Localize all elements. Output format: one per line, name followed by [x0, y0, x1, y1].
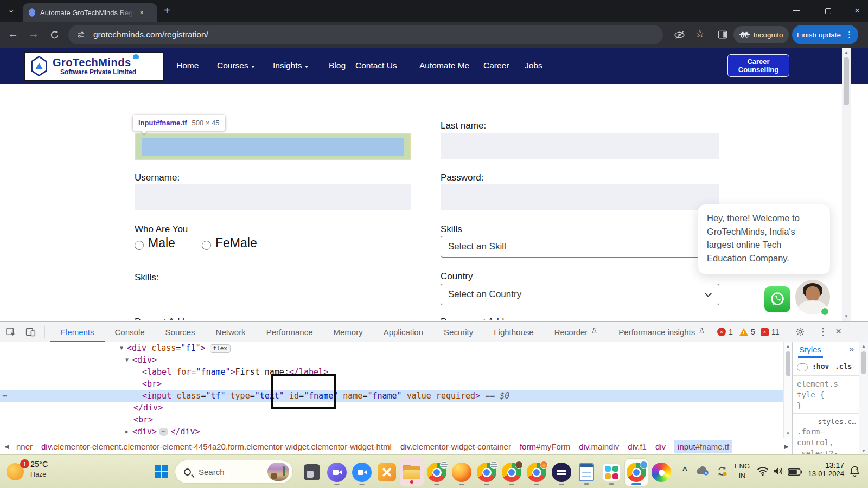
sync-update-icon[interactable] [716, 465, 728, 479]
devtools-tab-lighthouse[interactable]: Lighthouse [483, 322, 544, 342]
devtools-tab-sources[interactable]: Sources [155, 322, 206, 342]
dom-tree-node[interactable]: <br> [0, 414, 783, 426]
browser-menu-kebab-icon[interactable]: ⋮ [845, 30, 853, 40]
site-logo[interactable]: GroTechMinds Software Private Limited [24, 52, 164, 81]
battery-icon[interactable] [788, 468, 802, 478]
scroll-up-icon[interactable]: ▲ [784, 344, 792, 349]
taskbar-app-chrome-profile-2[interactable] [475, 458, 499, 486]
window-close-button[interactable]: × [846, 0, 868, 22]
tray-clock[interactable]: 13:17 13-01-2024 [804, 461, 844, 478]
taskbar-app-firefox[interactable] [450, 458, 474, 486]
inspect-element-icon[interactable] [5, 326, 16, 340]
window-maximize-button[interactable] [817, 0, 839, 22]
console-warning-badge[interactable]: 5 [739, 322, 755, 342]
devtools-tab-elements[interactable]: Elements [50, 322, 105, 342]
tab-search-icon[interactable]: ⌄ [8, 5, 15, 14]
device-toolbar-icon[interactable] [25, 326, 36, 340]
forward-icon[interactable]: → [28, 28, 39, 39]
onedrive-cloud-icon[interactable] [695, 466, 710, 478]
dom-tree-node[interactable]: ▼<div> [0, 354, 783, 366]
flex-badge[interactable]: flex [210, 344, 231, 353]
devtools-tab-memory[interactable]: Memory [323, 322, 373, 342]
password-input[interactable] [441, 184, 719, 210]
back-icon[interactable]: ← [8, 28, 18, 39]
taskbar-app-slack[interactable] [599, 458, 623, 486]
nav-item-jobs[interactable]: Jobs [525, 61, 542, 70]
node-menu-dots-icon[interactable]: ⋯ [2, 390, 7, 402]
breadcrumb-item[interactable]: form#myForm [520, 442, 570, 451]
scroll-up-icon[interactable]: ▲ [842, 50, 851, 55]
more-tabs-icon[interactable]: » [849, 344, 854, 354]
side-panel-icon[interactable] [716, 28, 729, 41]
bookmark-star-icon[interactable]: ☆ [695, 28, 705, 39]
username-input[interactable] [135, 184, 411, 210]
devtools-tab-performance[interactable]: Performance [256, 322, 323, 342]
finish-update-button[interactable]: Finish update ⋮ [792, 25, 858, 44]
volume-icon[interactable] [773, 466, 784, 478]
taskbar-app-video-call[interactable] [325, 458, 349, 486]
taskbar-app-eclipse[interactable] [550, 458, 573, 486]
page-scrollbar-thumb[interactable] [844, 57, 849, 105]
whatsapp-button[interactable] [764, 286, 790, 312]
male-radio[interactable] [135, 241, 144, 250]
taskbar-app-chrome-active[interactable] [624, 458, 648, 486]
country-select[interactable]: Select an Country [441, 284, 719, 305]
scroll-down-icon[interactable]: ▼ [842, 314, 851, 319]
nav-item-home[interactable]: Home [176, 61, 199, 70]
wifi-icon[interactable] [756, 466, 769, 478]
browser-tab[interactable]: Automate GroTechMinds Regist × [23, 3, 157, 22]
elements-scrollbar-thumb[interactable] [786, 351, 790, 376]
styles-scrollbar[interactable]: ▲ ▼ [859, 342, 868, 455]
dom-tree-node[interactable]: <br> [0, 378, 783, 390]
window-minimize-button[interactable] [786, 0, 807, 22]
expand-arrow-down-icon[interactable]: ▼ [120, 342, 123, 354]
site-info-icon[interactable] [76, 30, 86, 40]
new-tab-icon[interactable]: + [164, 5, 170, 16]
styles-filter-input[interactable] [797, 363, 808, 371]
nav-item-courses[interactable]: Courses▾ [217, 61, 254, 70]
nav-item-insights[interactable]: Insights▾ [273, 61, 308, 70]
breadcrumb-item[interactable]: div.f1 [628, 442, 647, 451]
devtools-tab-recorder[interactable]: Recorder [544, 322, 609, 342]
element-style-block[interactable]: element.style {} [793, 376, 859, 414]
taskbar-app-notepad[interactable] [575, 458, 598, 486]
scroll-down-icon[interactable]: ▼ [859, 448, 868, 453]
scroll-down-icon[interactable]: ▼ [784, 431, 792, 436]
taskbar-search[interactable]: Search [175, 460, 293, 484]
breadcrumb-next-icon[interactable]: ▶ [784, 443, 789, 450]
taskbar-app-chrome-profile-3[interactable] [500, 458, 524, 486]
language-indicator[interactable]: ENG IN [733, 461, 751, 481]
first-name-input-highlighted[interactable] [135, 133, 411, 160]
stylesheet-link[interactable]: styles.c… [818, 418, 856, 426]
styles-scrollbar-thumb[interactable] [861, 351, 866, 374]
windows-start-button[interactable] [155, 465, 168, 478]
dom-tree-node[interactable]: ⋯<input class="tf" type="text" id="fname… [0, 390, 783, 402]
tray-chevron-up-icon[interactable]: ^ [682, 465, 687, 474]
cls-toggle[interactable]: .cls [835, 362, 852, 370]
page-scrollbar[interactable]: ▲ ▼ [842, 48, 851, 321]
scroll-up-icon[interactable]: ▲ [859, 344, 868, 349]
hov-toggle[interactable]: :hov [812, 362, 829, 370]
nav-item-contact-us[interactable]: Contact Us [355, 61, 397, 70]
reload-icon[interactable] [48, 28, 61, 41]
taskbar-app-file-explorer[interactable] [400, 458, 424, 486]
url-text[interactable]: grotechminds.com/registration/ [93, 30, 208, 40]
breadcrumb-item[interactable]: div.elementor-widget-container [400, 442, 511, 451]
devtools-kebab-icon[interactable]: ⋮ [818, 326, 828, 338]
taskbar-app-zoom[interactable] [350, 458, 374, 486]
devtools-tab-performance-insights[interactable]: Performance insights [608, 322, 716, 342]
url-bar[interactable]: grotechminds.com/registration/ [68, 25, 663, 44]
breadcrumb-item[interactable]: div.maindiv [579, 442, 619, 451]
devtools-tab-application[interactable]: Application [373, 322, 433, 342]
dom-tree-node[interactable]: <label for="fname">First name:</label> [0, 366, 783, 378]
expand-arrow-down-icon[interactable]: ▼ [125, 354, 129, 366]
female-radio[interactable] [202, 241, 211, 250]
devtools-tab-network[interactable]: Network [206, 322, 256, 342]
notification-bell-icon[interactable]: z [848, 465, 861, 480]
skills-select[interactable]: Select an Skill [441, 236, 719, 258]
console-error-badge[interactable]: ×1 [717, 322, 733, 342]
breadcrumb-item[interactable]: div [655, 442, 666, 451]
css-rule-selectors[interactable]: .form-control,.select2- [793, 426, 859, 459]
tab-close-icon[interactable]: × [139, 9, 144, 16]
devtools-tab-console[interactable]: Console [105, 322, 155, 342]
